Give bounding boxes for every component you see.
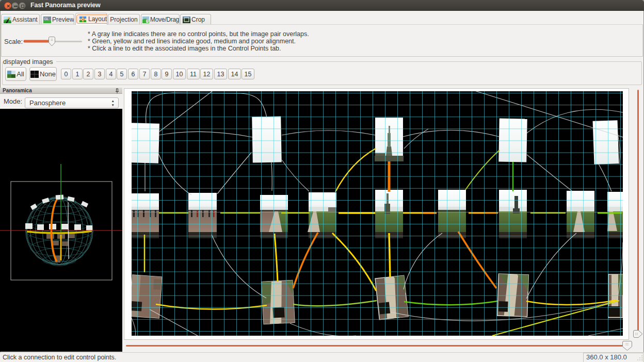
svg-text:GL: GL — [44, 17, 49, 21]
